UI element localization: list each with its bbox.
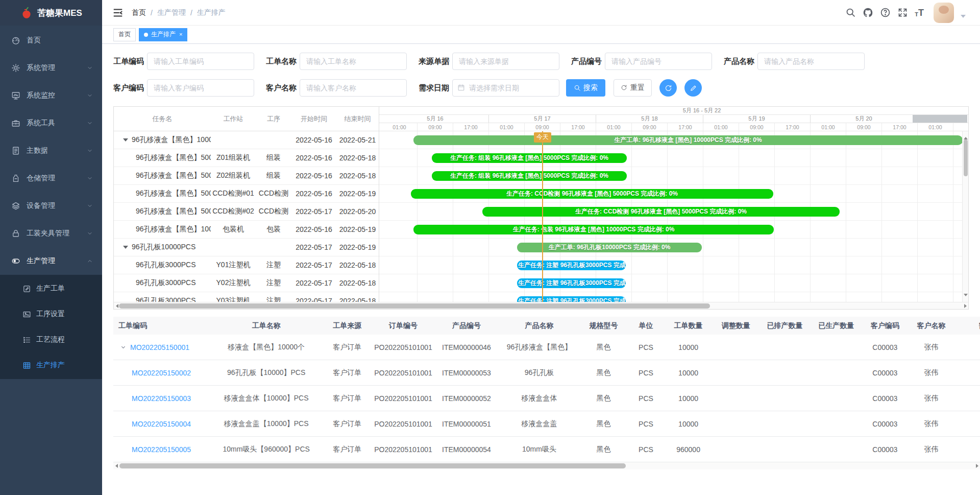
gantt-task-row-8[interactable]: 96孔孔板3000PCSY02注塑机注塑2022-05-172022-05-18 (114, 274, 379, 292)
gantt-task-row-3[interactable]: 96孔移液盒【黑色】5000PCSCCD检测#01CCD检测2022-05-16… (114, 185, 379, 203)
submenu-item-1[interactable]: 工序设置 (0, 301, 102, 327)
work-order-link[interactable]: MO202205150002 (132, 369, 191, 377)
user-menu-caret-icon[interactable] (961, 15, 966, 18)
sidebar-item-8[interactable]: 生产管理 (0, 247, 102, 275)
sidebar-item-7[interactable]: 工装夹具管理 (0, 220, 102, 247)
gantt-horizontal-scrollbar[interactable] (114, 302, 968, 309)
gantt-order-bar[interactable]: 生产工单: 96孔移液盒 [黑色] 10000PCS 完成比例: 0% (413, 135, 962, 145)
orders-col-12: 客户编码 (862, 317, 909, 335)
avatar[interactable] (934, 3, 954, 23)
task-name: 96孔孔板10000PCS (114, 243, 211, 252)
gantt-task-bar[interactable]: 生产任务: 包装 96孔移液盒 [黑色] 10000PCS 完成比例: 0% (413, 225, 774, 234)
task-end: 2022-05-19 (336, 243, 379, 251)
search-button[interactable]: 搜索 (566, 79, 605, 97)
cell-product: 移液盒盒体 (499, 386, 579, 411)
vscroll-thumb[interactable] (964, 139, 968, 176)
gantt-task-row-4[interactable]: 96孔移液盒【黑色】5000PCSCCD检测#02CCD检测2022-05-17… (114, 203, 379, 221)
gantt-task-row-9[interactable]: 96孔孔板3000PCSY03注塑机注塑2022-05-172022-05-18 (114, 292, 379, 303)
sidebar-item-1[interactable]: 系统管理 (0, 54, 102, 82)
app-logo[interactable]: 苦糖果MES (0, 0, 102, 26)
sidebar-item-2[interactable]: 系统监控 (0, 82, 102, 109)
day-header-scrolled-out (913, 115, 967, 123)
sidebar-item-6[interactable]: 设备管理 (0, 192, 102, 220)
filter-input-r2-0[interactable] (147, 79, 254, 97)
sidebar-item-3[interactable]: 系统工具 (0, 109, 102, 137)
github-icon[interactable] (863, 7, 873, 18)
gantt-vertical-scrollbar[interactable] (962, 131, 968, 302)
gantt-task-bar[interactable]: 生产任务: 组装 96孔移液盒 [黑色] 5000PCS 完成比例: 0% (432, 171, 627, 181)
tab-production-schedule[interactable]: 生产排产 × (139, 28, 187, 41)
cell-unit: PCS (628, 411, 664, 437)
orders-row-0[interactable]: MO202205150001移液盒【黑色】10000个客户订单PO2022051… (113, 335, 980, 360)
gantt-task-row-1[interactable]: 96孔移液盒【黑色】5000PCSZ01组装机组装2022-05-162022-… (114, 149, 379, 167)
gantt-task-bar[interactable]: 生产任务: 注塑 96孔孔板3000PCS 完成比例: 0% (517, 278, 626, 288)
scroll-right-icon[interactable] (962, 302, 968, 310)
scroll-up-icon[interactable] (963, 132, 968, 137)
filter-input-r2-1[interactable] (300, 79, 407, 97)
tab-home[interactable]: 首页 (113, 28, 136, 41)
reset-button[interactable]: 重置 (614, 79, 652, 97)
submenu-item-3[interactable]: 生产排产 (0, 352, 102, 378)
breadcrumb-production[interactable]: 生产管理 (157, 8, 186, 17)
cell-adjust (713, 386, 759, 411)
orders-row-4[interactable]: MO20220515000510mm吸头【960000】PCS客户订单PO202… (113, 437, 980, 462)
table-horizontal-scrollbar[interactable] (113, 462, 980, 469)
filter-input-r1-0[interactable] (147, 53, 254, 70)
breadcrumb-home[interactable]: 首页 (132, 8, 146, 17)
work-order-link[interactable]: MO202205150004 (132, 420, 191, 428)
gantt-task-bar[interactable]: 生产任务: CCD检测 96孔移液盒 [黑色] 5000PCS 完成比例: 0% (411, 189, 773, 199)
gantt-task-bar[interactable]: 生产任务: 注塑 96孔孔板3000PCS 完成比例: 0% (517, 261, 626, 270)
gantt-task-row-2[interactable]: 96孔移液盒【黑色】5000PCSZ02组装机组装2022-05-162022-… (114, 167, 379, 185)
edit-schedule-button[interactable] (684, 79, 702, 97)
scroll-right-icon[interactable] (974, 462, 980, 469)
hour-tick-15: 01:00 (918, 123, 953, 131)
hscroll-thumb[interactable] (119, 303, 710, 309)
filter-input-r1-3[interactable] (605, 53, 712, 70)
bar-label: 生产任务: 包装 96孔移液盒 [黑色] 10000PCS 完成比例: 0% (513, 225, 675, 234)
scroll-down-icon[interactable] (963, 296, 968, 301)
gantt-task-row-6[interactable]: 96孔孔板10000PCS2022-05-172022-05-19 (114, 239, 379, 256)
work-order-link[interactable]: MO202205150001 (130, 343, 189, 351)
orders-col-10: 已排产数量 (759, 317, 811, 335)
gantt-task-row-5[interactable]: 96孔移液盒【黑色】10000PCS包装机包装2022-05-162022-05… (114, 221, 379, 239)
help-icon[interactable] (880, 7, 891, 18)
gantt-order-bar[interactable]: 生产工单: 96孔孔板10000PCS 完成比例: 0% (517, 243, 702, 252)
sidebar-item-4[interactable]: 主数据 (0, 137, 102, 164)
sidebar-item-0[interactable]: 首页 (0, 27, 102, 54)
scroll-left-icon[interactable] (113, 462, 119, 469)
orders-row-1[interactable]: MO20220515000296孔孔板【10000】PCS客户订单PO20220… (113, 360, 980, 386)
task-name: 96孔移液盒【黑色】10000PCS (114, 225, 211, 234)
work-order-link[interactable]: MO202205150003 (132, 394, 191, 403)
gantt-task-bar[interactable]: 生产任务: CCD检测 96孔移液盒 [黑色] 5000PCS 完成比例: 0% (482, 207, 840, 217)
collapse-arrow-icon[interactable] (123, 246, 128, 249)
gantt-task-row-0[interactable]: 96孔移液盒【黑色】10000PCS2022-05-162022-05-21 (114, 131, 379, 149)
demand-date-input[interactable] (452, 79, 559, 97)
filter-input-r1-1[interactable] (300, 53, 407, 70)
collapse-arrow-icon[interactable] (123, 138, 128, 142)
gantt-task-bar[interactable]: 生产任务: 组装 96孔移液盒 [黑色] 5000PCS 完成比例: 0% (432, 153, 627, 163)
orders-row-3[interactable]: MO202205150004移液盒盒盖【10000】PCS客户订单PO20220… (113, 411, 980, 437)
cell-spec: 黑色 (579, 386, 628, 411)
sidebar-toggle-icon[interactable] (112, 7, 124, 18)
expand-row-icon[interactable] (120, 344, 126, 350)
sidebar-item-label: 主数据 (27, 146, 87, 155)
gantt-task-row-7[interactable]: 96孔孔板3000PCSY01注塑机注塑2022-05-172022-05-18 (114, 256, 379, 274)
hour-tick-7: 09:00 (632, 123, 668, 131)
submenu-item-0[interactable]: 生产工单 (0, 276, 102, 301)
font-size-icon[interactable]: TT (915, 8, 924, 17)
search-icon[interactable] (845, 7, 856, 18)
filter-label: 需求日期 (419, 83, 452, 93)
fullscreen-icon[interactable] (897, 7, 908, 18)
filter-input-r1-4[interactable] (757, 53, 865, 70)
refresh-schedule-button[interactable] (659, 79, 677, 97)
orders-row-2[interactable]: MO202205150003移液盒盒体【10000】PCS客户订单PO20220… (113, 386, 980, 411)
tab-production-schedule-label: 生产排产 (151, 30, 176, 39)
tab-close-icon[interactable]: × (179, 32, 182, 37)
submenu-item-label: 工序设置 (36, 310, 65, 319)
work-order-link[interactable]: MO202205150005 (132, 445, 191, 454)
edit-doc-icon (22, 285, 31, 293)
filter-input-r1-2[interactable] (452, 53, 559, 70)
submenu-item-2[interactable]: 工艺流程 (0, 327, 102, 352)
hscroll-thumb[interactable] (119, 463, 626, 468)
sidebar-item-5[interactable]: 仓储管理 (0, 164, 102, 192)
